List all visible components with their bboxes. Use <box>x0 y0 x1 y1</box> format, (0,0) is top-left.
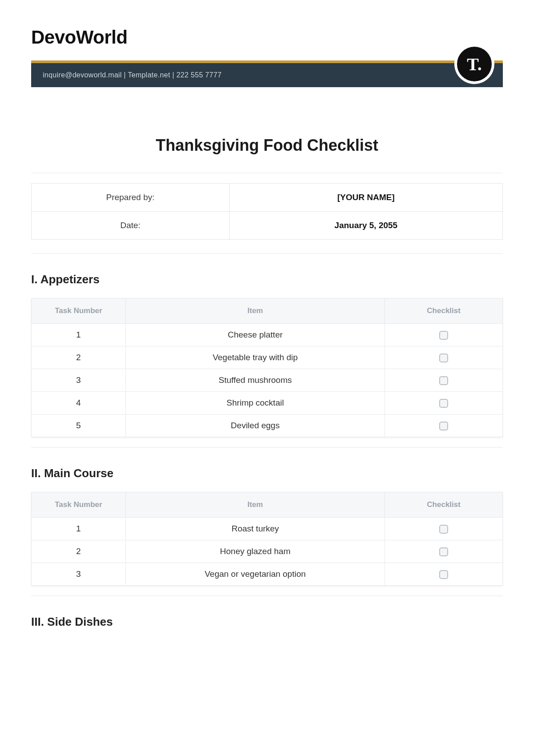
cell-item: Deviled eggs <box>125 414 384 437</box>
brand-logo: DevoWorld <box>31 27 503 48</box>
header-contact-bar: inquire@devoworld.mail | Template.net | … <box>31 60 503 87</box>
meta-value: [YOUR NAME] <box>229 184 502 212</box>
cell-check <box>385 518 503 540</box>
meta-label: Prepared by: <box>32 184 230 212</box>
cell-item: Stuffed mushrooms <box>125 369 384 392</box>
meta-value: January 5, 2055 <box>229 212 502 240</box>
cell-item: Honey glazed ham <box>125 540 384 563</box>
cell-check <box>385 324 503 346</box>
cell-num: 3 <box>32 369 126 392</box>
table-row: 2 Honey glazed ham <box>32 540 503 563</box>
appetizers-table: Task Number Item Checklist 1 Cheese plat… <box>31 298 503 437</box>
meta-table: Prepared by: [YOUR NAME] Date: January 5… <box>31 183 503 240</box>
template-badge-icon: T. <box>457 47 492 81</box>
divider <box>31 447 503 448</box>
page-title: Thanksgiving Food Checklist <box>31 136 503 155</box>
table-row: 4 Shrimp cocktail <box>32 392 503 414</box>
cell-check <box>385 414 503 437</box>
meta-row: Date: January 5, 2055 <box>32 212 503 240</box>
table-row: 1 Roast turkey <box>32 518 503 540</box>
section-heading-side-dishes: III. Side Dishes <box>31 615 503 629</box>
cell-item: Vegan or vegetarian option <box>125 563 384 586</box>
col-task-number: Task Number <box>32 298 126 324</box>
checkbox[interactable] <box>439 399 448 408</box>
cell-num: 3 <box>32 563 126 586</box>
cell-num: 2 <box>32 346 126 369</box>
checkbox[interactable] <box>439 547 448 556</box>
table-header-row: Task Number Item Checklist <box>32 298 503 324</box>
divider <box>31 173 503 173</box>
checkbox[interactable] <box>439 376 448 385</box>
col-item: Item <box>125 298 384 324</box>
cell-num: 1 <box>32 518 126 540</box>
document-page: DevoWorld inquire@devoworld.mail | Templ… <box>0 0 534 667</box>
cell-item: Roast turkey <box>125 518 384 540</box>
cell-item: Vegetable tray with dip <box>125 346 384 369</box>
cell-num: 1 <box>32 324 126 346</box>
cell-check <box>385 369 503 392</box>
checkbox[interactable] <box>439 354 448 362</box>
table-header-row: Task Number Item Checklist <box>32 492 503 518</box>
table-row: 3 Vegan or vegetarian option <box>32 563 503 586</box>
table-row: 1 Cheese platter <box>32 324 503 346</box>
cell-num: 5 <box>32 414 126 437</box>
contact-text: inquire@devoworld.mail | Template.net | … <box>43 71 222 79</box>
table-row: 5 Deviled eggs <box>32 414 503 437</box>
col-item: Item <box>125 492 384 518</box>
section-heading-appetizers: I. Appetizers <box>31 273 503 286</box>
cell-item: Cheese platter <box>125 324 384 346</box>
cell-check <box>385 346 503 369</box>
checkbox[interactable] <box>439 570 448 579</box>
cell-num: 4 <box>32 392 126 414</box>
col-checklist: Checklist <box>385 298 503 324</box>
cell-check <box>385 540 503 563</box>
cell-item: Shrimp cocktail <box>125 392 384 414</box>
divider <box>31 595 503 596</box>
checkbox[interactable] <box>439 422 448 430</box>
checkbox[interactable] <box>439 331 448 340</box>
table-row: 2 Vegetable tray with dip <box>32 346 503 369</box>
col-checklist: Checklist <box>385 492 503 518</box>
main-course-table: Task Number Item Checklist 1 Roast turke… <box>31 492 503 586</box>
meta-label: Date: <box>32 212 230 240</box>
cell-check <box>385 563 503 586</box>
cell-num: 2 <box>32 540 126 563</box>
col-task-number: Task Number <box>32 492 126 518</box>
meta-row: Prepared by: [YOUR NAME] <box>32 184 503 212</box>
table-row: 3 Stuffed mushrooms <box>32 369 503 392</box>
cell-check <box>385 392 503 414</box>
section-heading-main-course: II. Main Course <box>31 466 503 480</box>
checkbox[interactable] <box>439 525 448 534</box>
divider <box>31 253 503 254</box>
